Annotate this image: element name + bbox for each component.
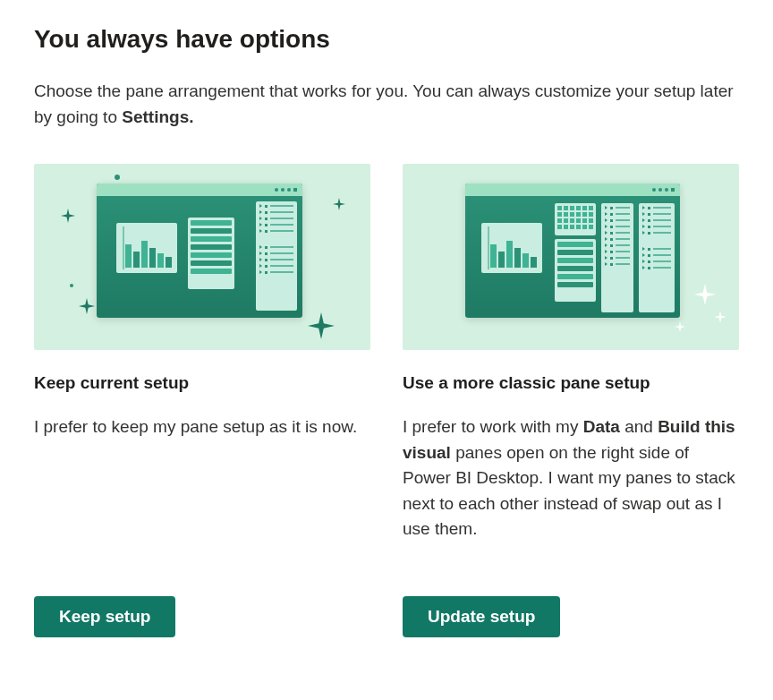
right-panel-illustration bbox=[639, 203, 675, 312]
list-panel-illustration bbox=[555, 239, 596, 302]
dot-decoration bbox=[115, 175, 120, 180]
subtitle-bold: Settings. bbox=[122, 107, 193, 126]
grid-panel-illustration bbox=[555, 203, 596, 235]
option-heading-keep: Keep current setup bbox=[34, 373, 370, 393]
window-header-illustration bbox=[97, 184, 302, 196]
chart-illustration bbox=[481, 223, 542, 273]
option-keep-current: Keep current setup I prefer to keep my p… bbox=[34, 164, 370, 542]
window-header-illustration bbox=[465, 184, 680, 196]
illustration-keep-current bbox=[34, 164, 370, 350]
window-illustration bbox=[97, 184, 302, 318]
desc-text: panes open on the right side of Power BI… bbox=[403, 443, 735, 539]
keep-setup-button[interactable]: Keep setup bbox=[34, 596, 175, 637]
desc-bold: Data bbox=[583, 417, 620, 436]
sparkle-icon bbox=[694, 284, 716, 305]
option-desc-keep: I prefer to keep my pane setup as it is … bbox=[34, 414, 370, 440]
sparkle-icon bbox=[308, 312, 335, 339]
option-classic-setup: Use a more classic pane setup I prefer t… bbox=[403, 164, 739, 542]
sparkle-icon bbox=[333, 198, 345, 210]
dialog-subtitle: Choose the pane arrangement that works f… bbox=[34, 79, 739, 130]
dot-decoration bbox=[70, 284, 73, 287]
desc-text: and bbox=[620, 417, 658, 436]
buttons-row: Keep setup Update setup bbox=[34, 596, 739, 637]
desc-text: I prefer to work with my bbox=[403, 417, 583, 436]
options-container: Keep current setup I prefer to keep my p… bbox=[34, 164, 739, 542]
window-illustration bbox=[465, 184, 680, 318]
button-wrap-update: Update setup bbox=[403, 596, 739, 637]
sparkle-icon bbox=[675, 321, 685, 332]
dialog-title: You always have options bbox=[34, 25, 739, 54]
chart-illustration bbox=[116, 223, 177, 273]
right-panel-illustration bbox=[256, 201, 297, 311]
right-panel-illustration bbox=[601, 203, 633, 312]
option-desc-classic: I prefer to work with my Data and Build … bbox=[403, 414, 739, 542]
sparkle-icon bbox=[79, 298, 95, 314]
update-setup-button[interactable]: Update setup bbox=[403, 596, 560, 637]
sparkle-icon bbox=[714, 311, 726, 323]
illustration-classic-setup bbox=[403, 164, 739, 350]
sparkle-icon bbox=[61, 209, 75, 223]
option-heading-classic: Use a more classic pane setup bbox=[403, 373, 739, 393]
list-panel-illustration bbox=[188, 218, 234, 289]
button-wrap-keep: Keep setup bbox=[34, 596, 370, 637]
